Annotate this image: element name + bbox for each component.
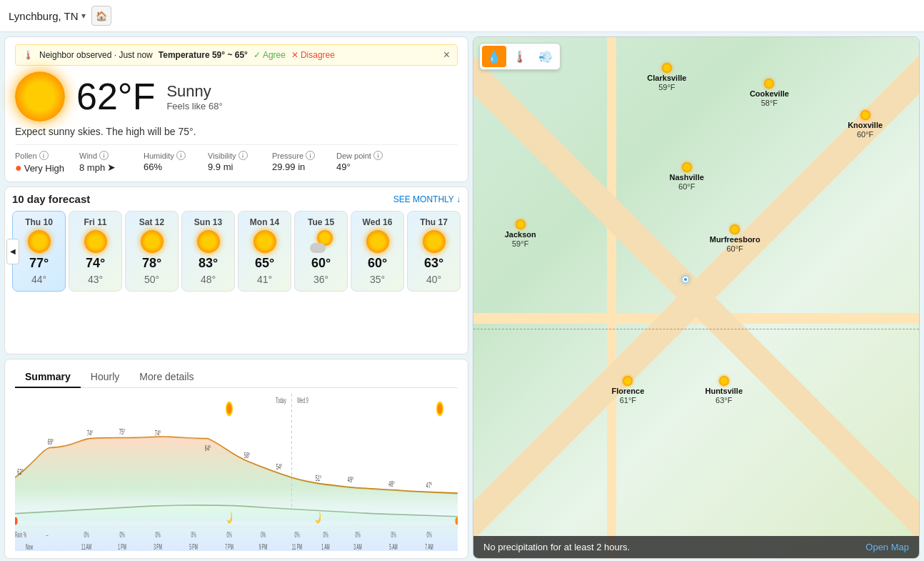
- forecast-day-name: Sun 13: [194, 217, 222, 227]
- forecast-high-temp: 78°: [142, 256, 161, 271]
- sun-icon: [15, 71, 65, 121]
- city-dot-icon: [623, 376, 633, 386]
- svg-text:1 PM: 1 PM: [118, 543, 126, 551]
- neighbor-observed-bar: 🌡️ Neighbor observed · Just now Temperat…: [15, 44, 458, 66]
- forecast-day-name: Wed 16: [363, 217, 393, 227]
- forecast-day-name: Fri 11: [84, 217, 106, 227]
- pressure-label: Pressure: [272, 152, 303, 160]
- svg-text:74°: 74°: [155, 428, 161, 437]
- pollen-dot-icon: ●: [15, 162, 22, 174]
- forecast-day[interactable]: Thu 17 63° 40°: [407, 211, 461, 292]
- pollen-info-icon[interactable]: i: [39, 151, 49, 160]
- forecast-nav-left-button[interactable]: ◀: [6, 239, 19, 264]
- map-toolbar: 💧 🌡️ 💨: [479, 43, 561, 70]
- forecast-low-temp: 50°: [144, 274, 159, 285]
- svg-text:0%: 0%: [426, 531, 431, 539]
- forecast-day[interactable]: Sat 12 78° 50°: [125, 211, 179, 292]
- svg-text:48°: 48°: [388, 480, 395, 489]
- close-button[interactable]: ×: [443, 49, 450, 61]
- svg-text:11 PM: 11 PM: [292, 543, 303, 551]
- svg-text:58°: 58°: [244, 451, 251, 460]
- humidity-label: Humidity: [144, 152, 174, 160]
- map-city-clarksville: Clarksville 59°F: [647, 63, 686, 91]
- humidity-metric: Humidity i 66%: [144, 151, 208, 174]
- tab-summary[interactable]: Summary: [15, 367, 81, 388]
- humidity-info-icon[interactable]: i: [176, 151, 186, 160]
- visibility-info-icon[interactable]: i: [238, 151, 248, 160]
- agree-button[interactable]: ✓ Agree: [253, 50, 286, 60]
- forecast-day[interactable]: Fri 11 74° 43°: [69, 211, 122, 292]
- wind-info-icon[interactable]: i: [99, 151, 109, 160]
- map-city-florence: Florence 61°F: [611, 376, 644, 404]
- forecast-day[interactable]: Tue 15 60° 36°: [294, 211, 348, 292]
- chevron-down-icon: ▾: [81, 11, 86, 21]
- dew-label: Dew point: [336, 152, 371, 160]
- sun-forecast-icon: [28, 230, 51, 253]
- svg-text:3 PM: 3 PM: [154, 543, 162, 551]
- svg-text:0%: 0%: [261, 531, 266, 539]
- forecast-day[interactable]: Thu 10 77° 44°: [12, 211, 66, 292]
- tab-hourly[interactable]: Hourly: [81, 367, 129, 388]
- current-temperature: 62°F: [76, 78, 155, 115]
- forecast-high-temp: 65°: [255, 256, 274, 271]
- location-text: Lynchburg, TN: [9, 10, 79, 22]
- svg-text:47°: 47°: [426, 481, 433, 490]
- precipitation-bar: No precipitation for at least 2 hours. O…: [473, 536, 919, 558]
- forecast-low-temp: 44°: [31, 274, 46, 285]
- header: Lynchburg, TN ▾ 🏠: [0, 0, 924, 32]
- map-background: Clarksville 59°F Nashville 60°F Cookevil…: [473, 37, 919, 558]
- visibility-metric: Visibility i 9.9 mi: [208, 151, 272, 174]
- svg-text:Wed 9: Wed 9: [297, 395, 308, 404]
- forecast-high-temp: 60°: [368, 256, 387, 271]
- dew-info-icon[interactable]: i: [373, 151, 383, 160]
- see-monthly-button[interactable]: SEE MONTHLY ↓: [393, 194, 461, 204]
- forecast-day-name: Mon 14: [250, 217, 279, 227]
- precipitation-text: No precipitation for at least 2 hours.: [483, 542, 630, 552]
- x-icon: ✕: [291, 50, 298, 60]
- main-layout: 🌡️ Neighbor observed · Just now Temperat…: [0, 32, 924, 561]
- wind-metric: Wind i 8 mph ➤: [79, 151, 144, 174]
- neighbor-text: Neighbor observed · Just now: [39, 50, 153, 60]
- temperature-row: 62°F Sunny Feels like 68°: [15, 71, 458, 121]
- open-map-button[interactable]: Open Map: [865, 542, 909, 552]
- city-dot-icon: [662, 63, 672, 73]
- city-dot-icon: [730, 224, 740, 234]
- forecast-high-temp: 60°: [311, 256, 331, 271]
- svg-text:11 AM: 11 AM: [81, 543, 91, 551]
- map-city-huntsville: Huntsville 63°F: [705, 376, 743, 404]
- svg-text:0%: 0%: [355, 531, 360, 539]
- visibility-label: Visibility: [208, 152, 236, 160]
- state-border-line: [473, 329, 919, 329]
- forecast-day-name: Thu 17: [420, 217, 448, 227]
- forecast-day-name: Sat 12: [139, 217, 164, 227]
- map-temperature-button[interactable]: 🌡️: [508, 46, 532, 67]
- forecast-day[interactable]: Mon 14 65° 41°: [238, 211, 291, 292]
- forecast-day[interactable]: Sun 13 83° 48°: [181, 211, 235, 292]
- disagree-button[interactable]: ✕ Disagree: [291, 50, 335, 60]
- map-city-jackson: Jackson 59°F: [505, 219, 536, 248]
- home-button[interactable]: 🏠: [91, 6, 111, 26]
- forecast-day[interactable]: Wed 16 60° 35°: [351, 211, 404, 292]
- partial-sun-forecast-icon: [310, 230, 333, 253]
- sun-forecast-icon: [253, 230, 276, 253]
- city-dot-icon: [764, 79, 774, 89]
- location-display[interactable]: Lynchburg, TN ▾: [9, 10, 86, 22]
- forecast-low-temp: 43°: [88, 274, 103, 285]
- map-wind-button[interactable]: 💨: [533, 46, 558, 67]
- svg-text:1 AM: 1 AM: [321, 543, 329, 551]
- current-location-dot: [683, 277, 688, 282]
- pollen-metric: Pollen i ● Very High: [15, 151, 79, 174]
- svg-text:62°: 62°: [17, 467, 24, 477]
- condition-block: Sunny Feels like 68°: [166, 82, 222, 111]
- forecast-high-temp: 77°: [29, 256, 49, 271]
- pressure-info-icon[interactable]: i: [306, 151, 315, 160]
- tab-more-details[interactable]: More details: [129, 367, 204, 388]
- svg-text:0%: 0%: [155, 531, 160, 539]
- visibility-value: 9.9 mi: [208, 162, 233, 172]
- svg-text:7 AM: 7 AM: [425, 543, 433, 551]
- thermometer-icon: 🌡️: [23, 50, 34, 60]
- forecast-title: 10 day forecast: [12, 193, 90, 205]
- forecast-low-temp: 48°: [201, 274, 216, 285]
- agree-label: Agree: [263, 50, 286, 60]
- map-precipitation-button[interactable]: 💧: [482, 46, 506, 67]
